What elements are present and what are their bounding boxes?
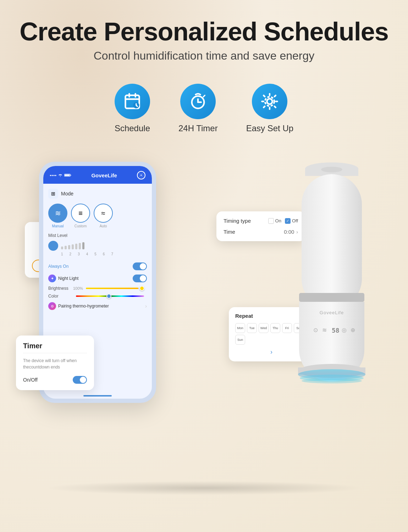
color-slider[interactable] (76, 295, 144, 297)
mode-label: Mode (61, 191, 73, 196)
feature-24h-timer: 24H Timer (178, 84, 218, 133)
feature-easy-setup: Easy Set Up (246, 84, 293, 133)
night-light-label-group: ✦ Night Light (48, 275, 78, 282)
on-label: On (275, 218, 281, 223)
wifi-icon (58, 173, 63, 177)
always-on-row: Always On (48, 260, 147, 272)
mist-label: Mist Level (48, 233, 147, 238)
night-light-toggle[interactable] (133, 275, 147, 282)
pairing-label-group: ⚙ Pairing thermo-hygrometer (48, 302, 109, 310)
timer-toggle[interactable] (73, 376, 87, 384)
battery-icon (64, 173, 71, 177)
day-sun[interactable]: Sun (235, 335, 245, 345)
svg-text:◎: ◎ (342, 327, 347, 333)
svg-point-31 (321, 167, 342, 172)
brightness-slider[interactable] (86, 288, 144, 289)
timing-on-option[interactable]: On (268, 218, 281, 224)
auto-label: Auto (100, 224, 107, 228)
mode-custom[interactable]: ≡ Custom (71, 204, 90, 228)
svg-text:58: 58 (332, 327, 340, 334)
always-on-label: Always On (48, 264, 68, 269)
day-tue[interactable]: Tue (247, 323, 257, 333)
day-mon[interactable]: Mon (235, 323, 245, 333)
main-visual: ▲ 08 : 00 ▼ Cancel Done ●●●● (9, 151, 399, 506)
manual-label: Manual (52, 224, 64, 228)
timing-type-label: Timing type (224, 218, 251, 224)
time-row-label: Time (224, 229, 235, 235)
night-light-icon: ✦ (48, 275, 56, 282)
setup-icon-circle (252, 84, 287, 119)
features-row: Schedule 24H Timer (115, 84, 293, 133)
pairing-row[interactable]: ⚙ Pairing thermo-hygrometer › (48, 300, 147, 312)
mode-auto[interactable]: ≈ Auto (94, 204, 113, 228)
timer-icon-circle (180, 84, 216, 119)
gear-small-icon (139, 173, 144, 178)
mode-manual[interactable]: ≋ Manual (48, 204, 67, 228)
svg-text:≋: ≋ (322, 327, 327, 333)
calendar-icon (123, 92, 142, 111)
svg-rect-19 (299, 302, 364, 350)
mist-slider[interactable] (48, 241, 147, 251)
page-content: Create Personalized Schedules Control hu… (0, 0, 408, 506)
day-thu[interactable]: Thu (270, 323, 280, 333)
brightness-pct: 100% (73, 286, 83, 290)
floor-shadow (44, 481, 364, 495)
svg-rect-17 (299, 293, 364, 302)
svg-text:GoveeLife: GoveeLife (320, 310, 344, 315)
brightness-fill (86, 288, 138, 289)
custom-label: Custom (75, 224, 87, 228)
mist-numbers: 1234567 (48, 252, 147, 256)
settings-icon[interactable] (137, 171, 145, 179)
phone-header: ●●●● GoveeLife (43, 166, 152, 184)
clock-icon (189, 92, 207, 111)
svg-point-13 (140, 174, 142, 176)
feature-schedule: Schedule (115, 84, 150, 133)
mode-icon: ⊞ (48, 189, 58, 199)
header-section: Create Personalized Schedules Control hu… (20, 0, 388, 70)
schedule-label: Schedule (115, 123, 150, 133)
timer-on-off-label: On/Off (23, 377, 38, 383)
gear-icon (260, 92, 279, 111)
phone-bottom-bar (83, 395, 112, 397)
humidifier-svg: ⊙ ≋ 58 ◎ ⊕ GoveeLife (286, 151, 378, 399)
color-handle (106, 294, 111, 299)
mist-ticks (61, 242, 84, 249)
color-row: Color (48, 292, 147, 300)
color-label: Color (48, 294, 73, 299)
auto-icon: ≈ (94, 204, 113, 223)
pairing-label: Pairing thermo-hygrometer (58, 304, 109, 309)
main-title: Create Personalized Schedules (20, 18, 388, 46)
brightness-handle (139, 286, 144, 291)
svg-text:⊙: ⊙ (313, 327, 318, 333)
always-on-toggle[interactable] (133, 262, 147, 270)
day-wed[interactable]: Wed (259, 323, 269, 333)
easy-setup-label: Easy Set Up (246, 123, 293, 133)
svg-rect-12 (65, 174, 70, 176)
night-light-label: Night Light (58, 276, 78, 281)
svg-text:⊕: ⊕ (351, 327, 355, 333)
svg-rect-11 (71, 175, 71, 176)
timer-card: Timer The device will turn off when thec… (16, 336, 94, 390)
schedule-icon-circle (115, 84, 150, 119)
status-bar: ●●●● (50, 173, 71, 177)
brightness-row: Brightness 100% (48, 284, 147, 292)
mode-buttons: ≋ Manual ≡ Custom ≈ Auto (48, 204, 147, 228)
timer-description: The device will turn off when thecountdo… (23, 358, 87, 370)
pairing-icon: ⚙ (48, 302, 56, 310)
night-light-row: ✦ Night Light (48, 272, 147, 284)
sub-title: Control humidification time and save ene… (20, 49, 388, 62)
app-title: GoveeLife (91, 172, 117, 178)
brightness-label: Brightness (48, 286, 73, 291)
mist-dot-active (48, 241, 58, 251)
svg-rect-16 (302, 174, 362, 309)
pairing-chevron-icon: › (145, 303, 147, 309)
humidifier-device: ⊙ ≋ 58 ◎ ⊕ GoveeLife (286, 151, 378, 399)
manual-icon: ≋ (48, 204, 67, 223)
mode-section: ⊞ Mode (48, 189, 147, 199)
svg-point-8 (267, 99, 272, 104)
timer-title: Timer (23, 342, 87, 350)
timer-divider (23, 353, 87, 353)
svg-point-24 (302, 378, 362, 383)
on-checkbox[interactable] (268, 218, 274, 224)
timer-label: 24H Timer (178, 123, 218, 133)
